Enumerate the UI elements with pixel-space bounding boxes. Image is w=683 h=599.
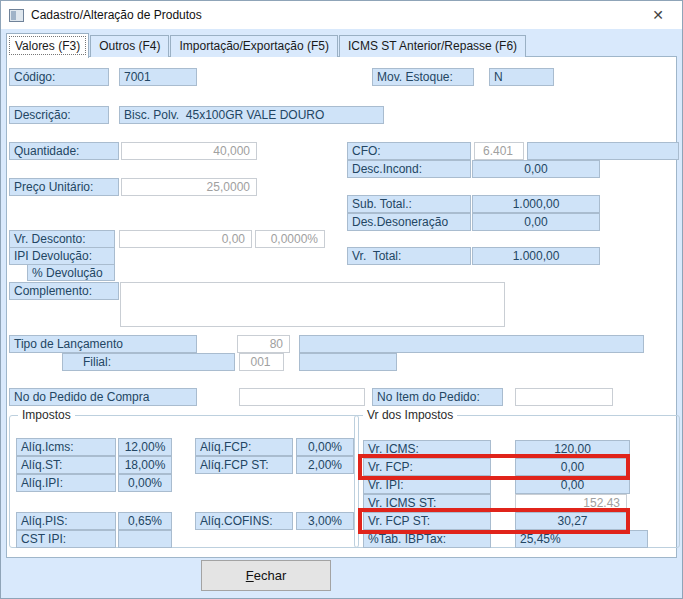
- aliq-fcp-st-field[interactable]: 2,00%: [296, 456, 354, 474]
- vr-total-field[interactable]: 1.000,00: [472, 247, 600, 265]
- aliq-pis-field[interactable]: 0,65%: [118, 512, 172, 530]
- cst-ipi-field[interactable]: [118, 530, 172, 548]
- descricao-label: Descrição:: [9, 106, 109, 124]
- fechar-mnemonic: F: [246, 568, 254, 583]
- ipi-devolucao-label: IPI Devolução:: [9, 247, 115, 265]
- tipo-lancamento-desc-field[interactable]: [299, 335, 644, 353]
- vr-fcp-label: Vr. FCP:: [363, 458, 491, 476]
- tipo-lancamento-label: Tipo de Lançamento: [9, 335, 197, 353]
- tab-ibptax-label: %Tab. IBPTax:: [363, 530, 491, 548]
- preco-unitario-label: Preço Unitário:: [9, 178, 119, 196]
- aliq-ipi-label: Alíq.IPI:: [16, 474, 116, 492]
- vr-impostos-group-title: Vr dos Impostos: [363, 408, 457, 422]
- vr-icms-field[interactable]: 120,00: [515, 440, 630, 458]
- tab-importacao-exportacao[interactable]: Importação/Exportação (F5): [170, 35, 337, 57]
- aliq-ipi-field[interactable]: 0,00%: [118, 474, 172, 492]
- vr-impostos-group: Vr dos Impostos Vr. ICMS: 120,00 Vr. FCP…: [354, 415, 680, 548]
- aliq-cofins-label: Alíq.COFINS:: [195, 512, 293, 530]
- vr-fcp-field[interactable]: 0,00: [515, 458, 630, 476]
- aliq-st-label: Alíq.ST:: [16, 456, 116, 474]
- filial-field: 001: [239, 353, 284, 371]
- codigo-field[interactable]: 7001: [119, 68, 197, 86]
- vr-icms-label: Vr. ICMS:: [363, 440, 491, 458]
- mov-estoque-label: Mov. Estoque:: [372, 68, 474, 86]
- dialog-body: Valores (F3) Outros (F4) Importação/Expo…: [1, 29, 683, 599]
- cst-ipi-label: CST IPI:: [16, 530, 116, 548]
- desc-incond-label: Desc.Incond:: [347, 160, 471, 178]
- aliq-fcp-label: Alíq.FCP:: [195, 438, 293, 456]
- aliq-pis-label: Alíq.PIS:: [16, 512, 116, 530]
- codigo-label: Código:: [9, 68, 109, 86]
- tab-outros[interactable]: Outros (F4): [90, 35, 169, 57]
- tab-ibptax-field[interactable]: 25,45%: [515, 530, 648, 548]
- vr-ipi-field[interactable]: 0,00: [515, 476, 630, 494]
- cfo-field: 6.401: [474, 142, 524, 160]
- impostos-group: Impostos Alíq.Icms: 12,00% Alíq.FCP: 0,0…: [9, 415, 359, 548]
- vr-icms-st-field: 152.43: [515, 494, 627, 512]
- vr-icms-st-label: Vr. ICMS ST:: [363, 494, 491, 512]
- fechar-rest: echar: [254, 568, 287, 583]
- filial-label: Filial:: [62, 353, 235, 371]
- desc-incond-field[interactable]: 0,00: [472, 160, 600, 178]
- filial-desc-field[interactable]: [299, 353, 397, 371]
- sub-total-field[interactable]: 1.000,00: [472, 195, 600, 213]
- dialog-footer: Fechar: [1, 558, 683, 599]
- quantidade-label: Quantidade:: [9, 142, 119, 160]
- vr-desconto-label: Vr. Desconto:: [9, 230, 115, 248]
- aliq-fcp-st-label: Alíq.FCP ST:: [195, 456, 293, 474]
- fechar-button[interactable]: Fechar: [201, 560, 331, 591]
- close-icon[interactable]: ✕: [648, 5, 668, 25]
- cfo-label: CFO:: [347, 142, 471, 160]
- tab-icms-st-anterior[interactable]: ICMS ST Anterior/Repasse (F6): [339, 35, 526, 57]
- vr-desconto-field: 0,00: [119, 230, 252, 248]
- pct-devolucao-label: % Devolução: [27, 264, 115, 281]
- complemento-input[interactable]: [120, 282, 505, 327]
- vr-fcp-st-field[interactable]: 30,27: [515, 512, 630, 530]
- complemento-label: Complemento:: [9, 282, 119, 300]
- item-pedido-label: No Item do Pedido:: [372, 388, 503, 406]
- impostos-group-title: Impostos: [18, 408, 75, 422]
- cfo-extra-field[interactable]: [527, 142, 679, 160]
- tab-valores[interactable]: Valores (F3): [6, 33, 89, 58]
- aliq-icms-label: Alíq.Icms:: [16, 438, 116, 456]
- aliq-fcp-field[interactable]: 0,00%: [296, 438, 354, 456]
- app-icon: [9, 9, 24, 22]
- tipo-lancamento-field: 80: [237, 335, 290, 353]
- vr-desconto-percent-field: 0,0000%: [255, 230, 325, 248]
- descricao-field[interactable]: Bisc. Polv. 45x100GR VALE DOURO: [119, 106, 384, 124]
- tab-page-valores: Código: 7001 Mov. Estoque: N Descrição: …: [6, 56, 677, 558]
- pedido-compra-label: No do Pedido de Compra: [9, 388, 197, 406]
- aliq-st-field[interactable]: 18,00%: [118, 456, 172, 474]
- tab-bar: Valores (F3) Outros (F4) Importação/Expo…: [6, 31, 527, 57]
- aliq-cofins-field[interactable]: 3,00%: [296, 512, 354, 530]
- aliq-icms-field[interactable]: 12,00%: [118, 438, 172, 456]
- titlebar: Cadastro/Alteração de Produtos ✕: [1, 1, 682, 29]
- vr-fcp-st-label: Vr. FCP ST:: [363, 512, 491, 530]
- vr-total-label: Vr. Total:: [347, 247, 471, 265]
- des-desoneracao-field[interactable]: 0,00: [472, 213, 600, 231]
- vr-ipi-label: Vr. IPI:: [363, 476, 491, 494]
- mov-estoque-field[interactable]: N: [489, 68, 554, 86]
- window-title: Cadastro/Alteração de Produtos: [31, 8, 202, 22]
- des-desoneracao-label: Des.Desoneração: [347, 213, 471, 231]
- pedido-compra-input[interactable]: [239, 388, 365, 406]
- item-pedido-input[interactable]: [515, 388, 613, 406]
- product-dialog: Cadastro/Alteração de Produtos ✕ Valores…: [0, 0, 683, 599]
- sub-total-label: Sub. Total.:: [347, 195, 471, 213]
- preco-unitario-field: 25,0000: [121, 178, 257, 196]
- quantidade-field: 40,000: [121, 142, 257, 160]
